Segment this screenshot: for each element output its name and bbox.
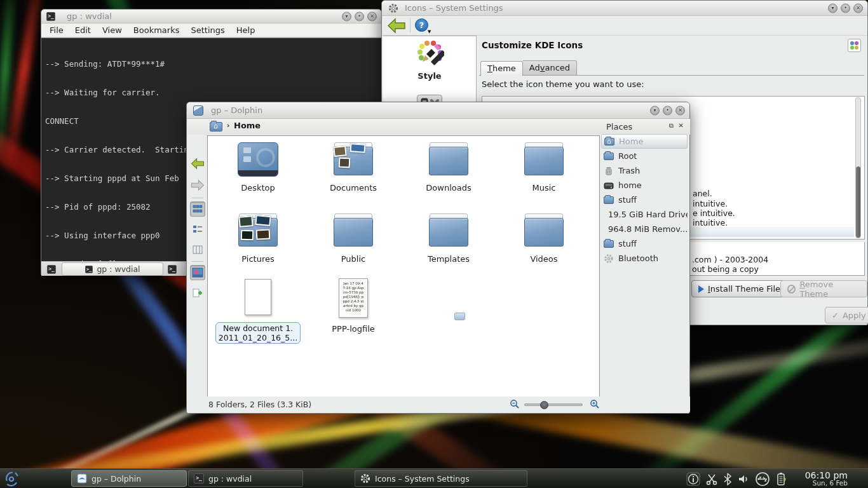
close-panel-icon[interactable]: ✕ — [679, 122, 684, 129]
device-notifier-usb-icon[interactable] — [755, 471, 770, 487]
tab-theme[interactable]: Theme — [480, 61, 523, 76]
menu-edit[interactable]: Edit — [69, 25, 97, 35]
split-view-button[interactable] — [190, 285, 205, 301]
breadcrumb-home-button[interactable]: ⌂ — [208, 120, 224, 133]
close-icon[interactable]: ✕ — [367, 11, 377, 21]
back-button[interactable] — [387, 18, 406, 34]
pictures-folder-icon — [238, 214, 278, 248]
columns-view-button[interactable] — [190, 242, 205, 257]
file-item-ppp-logfile[interactable]: Jan 17 09:47:18 gp-Asp ire-5738 pppd[194… — [306, 277, 401, 344]
menu-help[interactable]: Help — [231, 25, 261, 35]
scrollbar[interactable] — [855, 97, 861, 238]
dolphin-window: gp – Dolphin ▾ • ✕ ⌂ › Home — [186, 102, 690, 414]
task-label: Icons – System Settings — [375, 474, 470, 484]
mouse-cursor-artifact — [454, 313, 465, 320]
gear-icon — [388, 3, 398, 13]
konsole-tab[interactable]: >_ gp : wvdial — [62, 262, 163, 276]
place-trash[interactable]: Trash — [601, 163, 688, 178]
konsole-icon: >_ — [46, 12, 55, 21]
folder-item-music[interactable]: Music — [496, 142, 592, 214]
minimize-icon[interactable]: ▾ — [828, 3, 837, 13]
document-icon — [245, 279, 271, 315]
tab-advanced[interactable]: Advanced — [523, 60, 577, 76]
task-label: gp : wvdial — [208, 474, 252, 484]
dolphin-icon — [77, 473, 87, 484]
place-root[interactable]: Root — [601, 149, 688, 163]
clock[interactable]: 06:10 pm Sun, 6 Feb — [797, 471, 848, 487]
back-icon — [191, 158, 205, 170]
theme-description-text: out being a copy — [692, 264, 759, 274]
folder-icon — [429, 142, 468, 177]
maximize-icon[interactable]: • — [663, 105, 672, 115]
preview-button[interactable] — [190, 265, 205, 280]
back-button[interactable] — [190, 156, 205, 171]
konsole-titlebar[interactable]: >_ gp : wvdial ▾ • ✕ — [41, 10, 381, 24]
chevron-down-icon[interactable]: ▼ — [428, 29, 431, 34]
folder-item-documents[interactable]: Documents — [306, 142, 401, 214]
close-icon[interactable]: ✕ — [853, 3, 863, 13]
help-icon[interactable]: ? — [415, 18, 428, 32]
split-icon — [193, 288, 203, 298]
task-konsole[interactable]: >_ gp : wvdial — [188, 470, 303, 487]
settings-toolbar: ? ▼ — [382, 16, 867, 36]
place-stuff-1[interactable]: stuff — [601, 193, 688, 207]
folder-item-desktop[interactable]: Desktop — [210, 142, 306, 214]
place-home[interactable]: ⌂ Home — [601, 134, 688, 149]
volume-icon[interactable] — [737, 473, 750, 485]
task-dolphin[interactable]: gp – Dolphin — [71, 470, 187, 487]
minimize-icon[interactable]: ▾ — [342, 11, 351, 21]
folder-label: Documents — [306, 183, 401, 193]
menu-view[interactable]: View — [97, 25, 128, 35]
folder-item-pictures[interactable]: Pictures — [210, 214, 306, 277]
menu-settings[interactable]: Settings — [185, 25, 230, 35]
icons-view-button[interactable] — [190, 201, 205, 217]
notifications-icon[interactable] — [686, 472, 700, 486]
folder-item-videos[interactable]: Videos — [496, 214, 592, 277]
float-panel-icon[interactable]: ⧉ — [669, 122, 674, 130]
folder-label: Downloads — [401, 183, 496, 193]
zoom-slider[interactable] — [524, 403, 583, 406]
toolbar-separator — [191, 198, 203, 198]
menu-file[interactable]: File — [44, 25, 69, 35]
folder-item-public[interactable]: Public — [306, 214, 401, 277]
folder-item-downloads[interactable]: Downloads — [401, 142, 496, 214]
zoom-in-icon[interactable] — [590, 399, 600, 409]
folder-item-templates[interactable]: Templates — [401, 214, 496, 277]
tab-list-button[interactable]: >_ — [166, 263, 179, 275]
sidebar-item-style[interactable]: Style — [383, 36, 476, 81]
icons-module-icon — [848, 39, 861, 52]
place-stuff-2[interactable]: stuff — [601, 236, 688, 251]
new-tab-button[interactable]: >_ — [45, 263, 58, 275]
settings-tabs: Theme Advanced — [480, 60, 577, 76]
settings-titlebar[interactable]: Icons – System Settings ▾ • ✕ — [382, 1, 867, 16]
details-view-button[interactable] — [190, 222, 205, 237]
klipper-scissors-icon[interactable] — [705, 473, 718, 485]
app-launcher-icon[interactable] — [2, 470, 21, 488]
bluetooth-icon[interactable] — [723, 473, 732, 485]
breadcrumb-home[interactable]: Home — [234, 121, 261, 130]
file-item-new-document[interactable]: New document 1.2011_01_20_16_5... — [210, 277, 306, 344]
folder-icon — [604, 196, 614, 204]
install-theme-button[interactable]: Install Theme File... — [691, 280, 795, 297]
close-icon[interactable]: ✕ — [675, 105, 685, 115]
battery-icon[interactable] — [775, 471, 788, 487]
scrollbar-handle[interactable] — [856, 166, 860, 238]
place-removable-media[interactable]: 964.8 MiB Remov... — [601, 222, 688, 236]
check-icon: ✓ — [832, 311, 839, 320]
file-label-selected: New document 1.2011_01_20_16_5... — [215, 322, 301, 344]
menu-bookmarks[interactable]: Bookmarks — [128, 25, 186, 35]
zoom-out-icon[interactable] — [510, 399, 520, 409]
folder-label: Desktop — [210, 183, 306, 193]
minimize-icon[interactable]: ▾ — [650, 105, 660, 115]
place-bluetooth[interactable]: Bluetooth — [601, 251, 688, 266]
maximize-icon[interactable]: • — [841, 3, 850, 13]
dolphin-file-view[interactable]: Desktop Documents Downloads — [207, 135, 600, 398]
maximize-icon[interactable]: • — [355, 11, 364, 21]
place-home-device[interactable]: home — [601, 178, 688, 193]
apply-button: ✓ Apply — [825, 307, 868, 323]
dolphin-titlebar[interactable]: gp – Dolphin ▾ • ✕ — [187, 102, 689, 119]
task-system-settings[interactable]: Icons – System Settings — [355, 470, 527, 487]
trash-icon — [604, 166, 614, 176]
place-hard-drive[interactable]: 19.5 GiB Hard Drive — [601, 207, 688, 222]
zoom-slider-knob[interactable] — [540, 401, 548, 409]
